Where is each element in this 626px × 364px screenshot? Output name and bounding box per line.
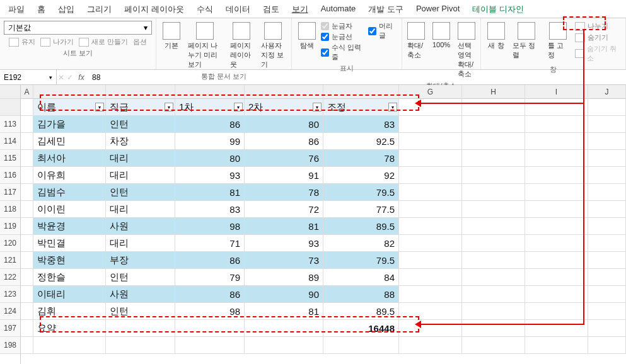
cell[interactable] bbox=[21, 99, 33, 116]
cell-adj[interactable]: 84 bbox=[323, 269, 399, 286]
cell-adj[interactable]: 88 bbox=[323, 286, 399, 303]
cell-name[interactable]: 김휘 bbox=[33, 303, 106, 320]
cell[interactable] bbox=[462, 201, 525, 218]
tab-formula[interactable]: 수식 bbox=[195, 3, 215, 16]
cell-rank[interactable]: 대리 bbox=[106, 201, 175, 218]
tab-pagelayout[interactable]: 페이지 레이아웃 bbox=[122, 3, 186, 16]
gridlines-checkbox[interactable]: 눈금선 bbox=[321, 31, 366, 42]
table-header-adj[interactable]: 조정▾ bbox=[323, 99, 399, 116]
cell[interactable] bbox=[399, 150, 462, 167]
cell[interactable] bbox=[462, 99, 525, 116]
cell-adj[interactable]: 79.5 bbox=[323, 252, 399, 269]
cell[interactable] bbox=[525, 133, 588, 150]
cell[interactable] bbox=[323, 337, 399, 354]
name-box[interactable]: E192 ▾ bbox=[0, 70, 57, 84]
cell[interactable] bbox=[106, 320, 175, 337]
cell-name[interactable]: 정한슬 bbox=[33, 269, 106, 286]
cell[interactable] bbox=[525, 252, 588, 269]
cell[interactable] bbox=[21, 116, 33, 133]
ruler-checkbox[interactable]: 눈금자 bbox=[321, 21, 366, 31]
cell[interactable] bbox=[525, 201, 588, 218]
cell-adj[interactable]: 92 bbox=[323, 167, 399, 184]
cell[interactable] bbox=[462, 235, 525, 252]
tab-developer[interactable]: 개발 도구 bbox=[366, 3, 405, 16]
row-header[interactable]: 116 bbox=[0, 167, 20, 184]
cell[interactable] bbox=[399, 320, 462, 337]
filter-icon[interactable]: ▾ bbox=[165, 103, 173, 111]
cancel-icon[interactable]: ✕ bbox=[57, 73, 66, 82]
cell[interactable] bbox=[462, 150, 525, 167]
row-header[interactable]: 114 bbox=[0, 133, 20, 150]
cell[interactable] bbox=[399, 167, 462, 184]
summary-total-cell[interactable]: 16448 bbox=[323, 320, 399, 337]
filter-icon[interactable]: ▾ bbox=[313, 103, 322, 111]
cell[interactable] bbox=[21, 286, 33, 303]
cell[interactable] bbox=[399, 252, 462, 269]
cell[interactable] bbox=[588, 184, 626, 201]
cell[interactable] bbox=[21, 133, 33, 150]
cell-rank[interactable]: 인턴 bbox=[106, 116, 175, 133]
cell[interactable] bbox=[21, 303, 33, 320]
row-header[interactable]: 118 bbox=[0, 201, 20, 218]
table-header-rank[interactable]: 직급▾ bbox=[106, 99, 175, 116]
cell-s1[interactable]: 93 bbox=[175, 167, 245, 184]
cell[interactable] bbox=[525, 303, 588, 320]
col-header-c[interactable] bbox=[106, 85, 175, 99]
cell-rank[interactable]: 차장 bbox=[106, 133, 175, 150]
cell[interactable] bbox=[462, 167, 525, 184]
cell[interactable] bbox=[399, 116, 462, 133]
col-header-g[interactable]: G bbox=[399, 85, 462, 99]
cell-rank[interactable]: 인턴 bbox=[106, 184, 175, 201]
cell-rank[interactable]: 인턴 bbox=[106, 269, 175, 286]
tab-data[interactable]: 데이터 bbox=[224, 3, 252, 16]
cell[interactable] bbox=[399, 235, 462, 252]
cell[interactable] bbox=[588, 303, 626, 320]
cell[interactable] bbox=[588, 150, 626, 167]
cell[interactable] bbox=[525, 116, 588, 133]
cell-s1[interactable]: 71 bbox=[175, 235, 245, 252]
cell-name[interactable]: 김세민 bbox=[33, 133, 106, 150]
cell-rank[interactable]: 사원 bbox=[106, 286, 175, 303]
cell-s2[interactable]: 72 bbox=[245, 201, 323, 218]
check-icon[interactable]: ✓ bbox=[66, 73, 74, 82]
cell[interactable] bbox=[588, 116, 626, 133]
cell-s2[interactable]: 86 bbox=[245, 133, 323, 150]
cell[interactable] bbox=[245, 337, 323, 354]
tab-file[interactable]: 파일 bbox=[6, 3, 26, 16]
cell[interactable] bbox=[175, 320, 245, 337]
cell-s2[interactable]: 91 bbox=[245, 167, 323, 184]
cell[interactable] bbox=[525, 269, 588, 286]
cell-adj[interactable]: 83 bbox=[323, 116, 399, 133]
cell[interactable] bbox=[525, 167, 588, 184]
cell[interactable] bbox=[462, 218, 525, 235]
cell-adj[interactable]: 79.5 bbox=[323, 184, 399, 201]
col-header-h[interactable]: H bbox=[462, 85, 525, 99]
cell-s1[interactable]: 79 bbox=[175, 269, 245, 286]
cell[interactable] bbox=[399, 303, 462, 320]
cell[interactable] bbox=[21, 269, 33, 286]
cell[interactable] bbox=[462, 320, 525, 337]
cell-s1[interactable]: 98 bbox=[175, 303, 245, 320]
cell-rank[interactable]: 사원 bbox=[106, 218, 175, 235]
cell[interactable] bbox=[588, 218, 626, 235]
cell[interactable] bbox=[588, 320, 626, 337]
cell-name[interactable]: 박윤경 bbox=[33, 218, 106, 235]
col-header-d[interactable] bbox=[175, 85, 245, 99]
cell[interactable] bbox=[21, 218, 33, 235]
cell-s2[interactable]: 76 bbox=[245, 150, 323, 167]
hide-button[interactable]: 숨기기 bbox=[574, 32, 622, 43]
cell-s1[interactable]: 99 bbox=[175, 133, 245, 150]
filter-icon[interactable]: ▾ bbox=[95, 103, 104, 111]
row-header[interactable]: 123 bbox=[0, 286, 20, 303]
filter-icon[interactable]: ▾ bbox=[234, 103, 243, 111]
select-all-corner[interactable] bbox=[0, 85, 20, 99]
cell[interactable] bbox=[588, 235, 626, 252]
row-header[interactable]: 115 bbox=[0, 150, 20, 167]
formula-bar-checkbox[interactable]: 수식 입력줄 bbox=[321, 42, 366, 62]
cell[interactable] bbox=[462, 116, 525, 133]
cell-name[interactable]: 김범수 bbox=[33, 184, 106, 201]
cell-s1[interactable]: 86 bbox=[175, 116, 245, 133]
col-header-f[interactable] bbox=[323, 85, 399, 99]
cell-adj[interactable]: 78 bbox=[323, 150, 399, 167]
tab-tabledesign[interactable]: 테이블 디자인 bbox=[470, 3, 526, 16]
